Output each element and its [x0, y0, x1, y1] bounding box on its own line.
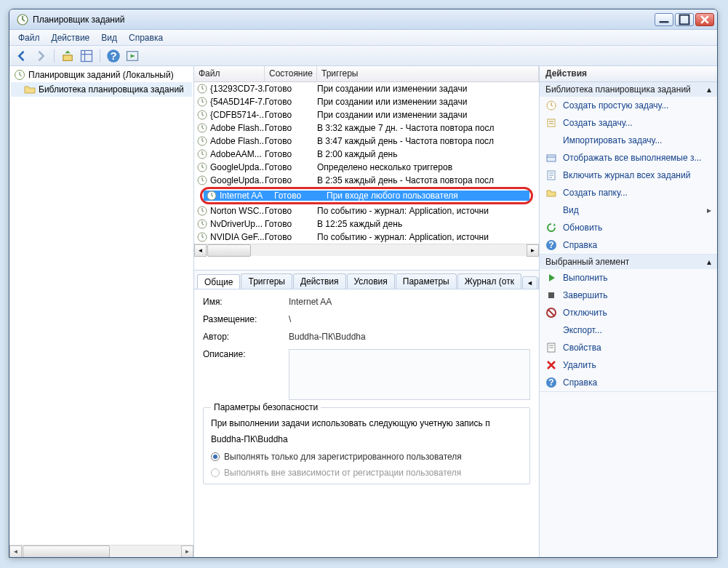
svg-rect-1 — [680, 15, 689, 24]
action-item[interactable]: Отображать все выполняемые з... — [540, 149, 717, 167]
col-triggers[interactable]: Триггеры — [317, 66, 539, 81]
task-row[interactable]: {13293CD7-3...ГотовоПри создании или изм… — [194, 82, 539, 95]
action-icon — [545, 100, 557, 111]
tab-general[interactable]: Общие — [197, 274, 240, 289]
description-box[interactable] — [289, 349, 530, 400]
tab-params[interactable]: Параметры — [396, 273, 457, 289]
task-row[interactable]: Adobe Flash...ГотовоВ 3:32 каждые 7 дн. … — [194, 121, 539, 135]
tree-root[interactable]: Планировщик заданий (Локальный) — [11, 68, 192, 82]
action-item[interactable]: Включить журнал всех заданий — [540, 167, 717, 184]
task-row[interactable]: GoogleUpda...ГотовоОпределено несколько … — [194, 161, 539, 174]
name-value: Internet AA — [289, 297, 530, 307]
tab-scroll-right[interactable]: ► — [538, 276, 539, 289]
action-item[interactable]: Отключить — [540, 304, 717, 321]
tree-library-label: Библиотека планировщика заданий — [39, 84, 184, 95]
task-row[interactable]: {54A5D14F-7...ГотовоПри создании или изм… — [194, 95, 539, 108]
task-row[interactable]: NVIDIA GeF...ГотовоПо событию - журнал: … — [194, 231, 539, 244]
task-row[interactable]: GoogleUpda...ГотовоВ 2:35 каждый день - … — [194, 174, 539, 187]
action-icon — [545, 152, 557, 164]
forward-button[interactable] — [33, 48, 49, 64]
maximize-button[interactable] — [675, 13, 694, 26]
action-icon: ? — [545, 239, 557, 251]
name-label: Имя: — [203, 297, 289, 307]
task-row[interactable]: Adobe Flash...ГотовоВ 3:47 каждый день -… — [194, 135, 539, 148]
tree-library[interactable]: Библиотека планировщика заданий — [11, 82, 192, 97]
action-item[interactable]: ?Справка — [540, 374, 717, 391]
task-row[interactable]: AdobeAAM...ГотовоВ 2:00 каждый день — [194, 148, 539, 161]
security-text: При выполнении задачи использовать следу… — [211, 418, 522, 428]
menu-help[interactable]: Справка — [123, 31, 169, 44]
actions-section2-header[interactable]: Выбранный элемент ▴ — [540, 255, 717, 269]
back-button[interactable] — [14, 48, 30, 64]
col-file[interactable]: Файл — [194, 66, 265, 81]
tab-conditions[interactable]: Условия — [347, 273, 395, 289]
help-button[interactable]: ? — [105, 48, 121, 64]
clock-icon — [207, 191, 217, 201]
action-item[interactable]: Создать задачу... — [540, 114, 717, 132]
action-item[interactable]: Создать папку... — [540, 184, 717, 201]
app-window: Планировщик заданий Файл Действие Вид Сп… — [9, 9, 718, 558]
details-button[interactable] — [79, 48, 95, 64]
clock-icon — [197, 136, 207, 146]
tab-scroll-left[interactable]: ◄ — [522, 276, 537, 289]
action-icon — [545, 342, 557, 353]
menubar: Файл Действие Вид Справка — [9, 30, 717, 46]
collapse-icon: ▴ — [707, 257, 711, 267]
author-value: Buddha-ПК\Buddha — [289, 332, 530, 342]
scheduler-icon — [14, 69, 25, 81]
action-icon — [545, 289, 557, 301]
action-item[interactable]: Вид — [540, 201, 717, 219]
action-item[interactable]: Завершить — [540, 287, 717, 304]
window-title: Планировщик заданий — [33, 15, 655, 25]
action-item[interactable]: Свойства — [540, 339, 717, 356]
svg-rect-2 — [81, 50, 92, 61]
action-item[interactable]: Удалить — [540, 356, 717, 374]
menu-view[interactable]: Вид — [95, 31, 123, 44]
minimize-button[interactable] — [655, 13, 673, 26]
svg-rect-20 — [548, 119, 555, 127]
clock-icon — [197, 175, 207, 185]
task-row[interactable]: NvDriverUp...ГотовоВ 12:25 каждый день — [194, 217, 539, 231]
action-icon — [545, 324, 557, 336]
scheduler-icon — [17, 14, 28, 25]
action-item[interactable]: Обновить — [540, 219, 717, 236]
task-list-header[interactable]: Файл Состояние Триггеры — [194, 66, 539, 82]
action-icon — [545, 272, 557, 284]
desc-label: Описание: — [203, 349, 289, 359]
svg-text:?: ? — [548, 377, 553, 388]
action-icon — [545, 135, 557, 146]
toolbar: ? — [9, 46, 717, 66]
task-list[interactable]: {13293CD7-3...ГотовоПри создании или изм… — [194, 82, 539, 270]
author-label: Автор: — [203, 332, 289, 342]
radio-any-user[interactable]: Выполнять вне зависимости от регистрации… — [211, 468, 522, 478]
menu-file[interactable]: Файл — [12, 31, 46, 44]
tab-log[interactable]: Журнал (отк — [457, 273, 521, 289]
run-button[interactable] — [124, 48, 140, 64]
actions-section1-header[interactable]: Библиотека планировщика заданий ▴ — [540, 82, 717, 97]
action-icon — [545, 222, 557, 233]
action-item[interactable]: Создать простую задачу... — [540, 97, 717, 114]
navigation-tree: Планировщик заданий (Локальный) Библиоте… — [9, 66, 194, 557]
titlebar[interactable]: Планировщик заданий — [9, 9, 717, 30]
tab-actions[interactable]: Действия — [293, 273, 346, 289]
tree-hscroll[interactable]: ◄ ► — [9, 545, 193, 557]
task-row-selected[interactable]: Internet AAГотовоПри входе любого пользо… — [204, 189, 529, 202]
action-item[interactable]: ?Справка — [540, 236, 717, 254]
svg-text:?: ? — [110, 49, 116, 62]
detail-tabs: Общие Триггеры Действия Условия Параметр… — [194, 271, 539, 289]
tab-triggers[interactable]: Триггеры — [241, 273, 292, 289]
action-item[interactable]: Экспорт... — [540, 321, 717, 339]
task-row[interactable]: Norton WSC...ГотовоПо событию - журнал: … — [194, 204, 539, 217]
col-state[interactable]: Состояние — [265, 66, 317, 81]
close-button[interactable] — [695, 13, 714, 26]
action-item[interactable]: Выполнить — [540, 269, 717, 287]
action-icon — [545, 117, 557, 129]
up-button[interactable] — [60, 48, 76, 64]
radio-logged-user[interactable]: Выполнять только для зарегистрированного… — [211, 452, 522, 462]
action-item[interactable]: Импортировать задачу... — [540, 132, 717, 149]
tree-root-label: Планировщик заданий (Локальный) — [28, 70, 174, 80]
location-label: Размещение: — [203, 314, 289, 324]
actions-panel: Действия Библиотека планировщика заданий… — [540, 66, 717, 557]
task-row[interactable]: {CDFB5714-...ГотовоПри создании или изме… — [194, 108, 539, 121]
menu-action[interactable]: Действие — [46, 31, 96, 44]
